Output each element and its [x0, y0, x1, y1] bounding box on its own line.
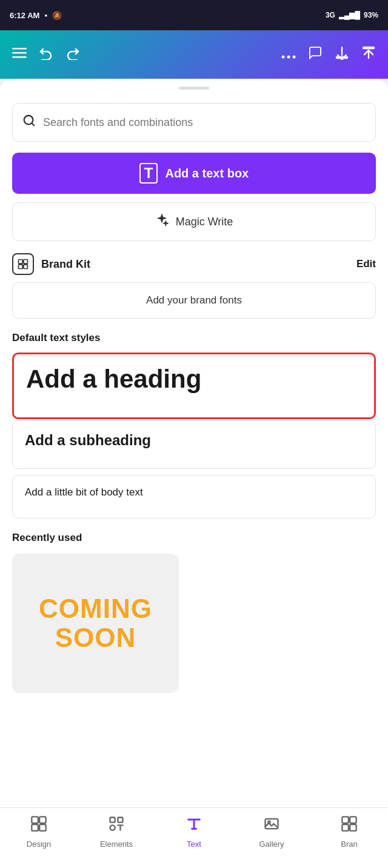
magic-write-label: Magic Write — [176, 216, 233, 228]
handle-bar — [179, 87, 209, 90]
svg-rect-19 — [118, 818, 122, 823]
design-nav-label: Design — [27, 840, 51, 849]
svg-rect-24 — [350, 817, 356, 823]
gallery-nav-label: Gallery — [259, 840, 284, 849]
share-icon[interactable] — [361, 45, 376, 64]
gallery-nav-icon — [263, 815, 280, 837]
svg-rect-13 — [24, 265, 28, 269]
nav-item-design[interactable]: Design — [15, 815, 63, 849]
battery-text: 93% — [364, 11, 378, 19]
main-panel: T Add a text box Magic Write Brand Kit — [0, 97, 388, 868]
brand-nav-label: Bran — [341, 840, 357, 849]
svg-point-5 — [293, 56, 296, 59]
svg-rect-14 — [32, 817, 38, 823]
add-heading-card[interactable]: Add a heading — [12, 353, 376, 419]
undo-icon[interactable] — [39, 45, 53, 64]
bottom-navigation: Design Elements Text Ga — [0, 807, 388, 868]
svg-rect-17 — [39, 824, 46, 831]
download-icon[interactable] — [335, 45, 349, 64]
app-toolbar — [0, 30, 388, 79]
elements-nav-icon — [108, 815, 125, 837]
text-box-icon: T — [139, 163, 158, 184]
body-text: Add a little bit of body text — [25, 486, 143, 498]
default-text-styles-title: Default text styles — [12, 332, 376, 344]
add-body-text-card[interactable]: Add a little bit of body text — [12, 475, 376, 518]
toolbar-right — [281, 45, 376, 64]
svg-point-3 — [282, 56, 285, 59]
svg-rect-6 — [336, 57, 347, 58]
more-options-icon[interactable] — [281, 47, 296, 62]
nav-item-text[interactable]: Text — [170, 815, 218, 849]
status-bell: 🔕 — [52, 11, 62, 20]
svg-rect-1 — [12, 52, 27, 54]
subheading-text: Add a subheading — [25, 432, 151, 448]
add-text-box-button[interactable]: T Add a text box — [12, 153, 376, 194]
svg-point-4 — [287, 56, 290, 59]
elements-nav-label: Elements — [100, 840, 133, 849]
sheet-handle — [0, 79, 388, 97]
toolbar-left — [12, 45, 80, 64]
add-text-box-label: Add a text box — [165, 167, 249, 181]
brand-kit-title: Brand Kit — [41, 258, 90, 271]
svg-rect-23 — [342, 817, 349, 823]
signal-bars: ▂▄▆█ — [339, 11, 360, 19]
svg-rect-7 — [363, 47, 374, 48]
search-input[interactable] — [43, 116, 366, 129]
coming-soon-text: COMING SOON — [39, 594, 152, 653]
heading-text: Add a heading — [26, 365, 201, 393]
nav-item-gallery[interactable]: Gallery — [247, 815, 296, 849]
brand-kit-section: Brand Kit Edit — [12, 253, 376, 275]
coming-soon-line1: COMING — [39, 594, 152, 623]
status-bar: 6:12 AM ▪ 🔕 3G ▂▄▆█ 93% — [0, 0, 388, 30]
menu-icon[interactable] — [12, 45, 27, 64]
status-left: 6:12 AM ▪ 🔕 — [10, 11, 62, 20]
signal-3g: 3G — [326, 11, 335, 19]
svg-rect-10 — [19, 260, 23, 264]
svg-rect-11 — [24, 260, 28, 264]
text-nav-label: Text — [187, 840, 201, 849]
svg-rect-18 — [110, 818, 115, 823]
svg-rect-15 — [39, 817, 46, 823]
nav-item-brand[interactable]: Bran — [325, 815, 373, 849]
coming-soon-line2: SOON — [39, 623, 152, 652]
svg-point-20 — [110, 825, 115, 830]
recently-used-card[interactable]: COMING SOON — [12, 554, 179, 693]
svg-rect-16 — [32, 824, 38, 831]
add-brand-fonts-label: Add your brand fonts — [146, 294, 242, 306]
text-nav-icon — [186, 815, 202, 837]
brand-kit-left: Brand Kit — [12, 253, 90, 275]
search-bar[interactable] — [12, 103, 376, 142]
comment-icon[interactable] — [308, 45, 323, 64]
brand-nav-icon — [341, 815, 358, 837]
design-nav-icon — [30, 815, 47, 837]
search-icon — [22, 114, 36, 131]
status-right: 3G ▂▄▆█ 93% — [326, 11, 378, 19]
status-time: 6:12 AM — [10, 11, 39, 20]
svg-rect-25 — [342, 824, 349, 831]
svg-rect-26 — [350, 824, 356, 831]
svg-rect-0 — [12, 48, 27, 50]
add-subheading-card[interactable]: Add a subheading — [12, 420, 376, 469]
redo-icon[interactable] — [65, 45, 80, 64]
status-indicator: ▪ — [44, 11, 47, 20]
magic-write-button[interactable]: Magic Write — [12, 202, 376, 241]
svg-rect-12 — [19, 265, 23, 269]
recently-used-title: Recently used — [12, 532, 376, 544]
add-brand-fonts-button[interactable]: Add your brand fonts — [12, 282, 376, 319]
magic-write-icon — [155, 214, 169, 230]
brand-kit-icon — [12, 253, 34, 275]
svg-line-9 — [32, 123, 34, 125]
svg-rect-2 — [12, 56, 27, 58]
nav-item-elements[interactable]: Elements — [92, 815, 141, 849]
brand-kit-edit-button[interactable]: Edit — [356, 258, 376, 270]
